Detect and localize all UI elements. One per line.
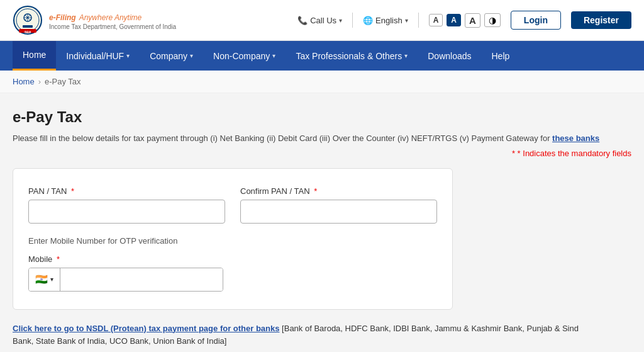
page-description: Please fill in the below details for tax… (13, 132, 631, 145)
chevron-down-icon: ▾ (339, 17, 342, 24)
main-navbar: Home Individual/HUF ▾ Company ▾ Non-Comp… (0, 41, 644, 71)
chevron-down-icon-lang: ▾ (405, 17, 408, 24)
pan-tan-required-indicator: * (71, 186, 74, 196)
chevron-down-icon-individual: ▾ (126, 52, 130, 59)
mobile-required-indicator: * (57, 254, 60, 264)
language-selector[interactable]: 🌐 English ▾ (363, 16, 408, 25)
nsdl-link[interactable]: Click here to go to NSDL (Protean) tax p… (13, 324, 280, 333)
mobile-section: Enter Mobile Number for OTP verification… (28, 236, 223, 292)
mobile-number-input[interactable] (60, 268, 223, 291)
emblem-icon: INDIA (13, 5, 43, 35)
globe-icon: 🌐 (363, 16, 373, 25)
logo-efiling-text: e-Filing Anywhere Anytime (49, 10, 176, 23)
pan-tan-input[interactable] (28, 200, 225, 224)
chevron-down-icon-company: ▾ (190, 52, 193, 59)
register-button[interactable]: Register (571, 11, 631, 29)
logo-subtitle-text: Income Tax Department, Government of Ind… (49, 23, 176, 30)
mandatory-asterisk: * (512, 149, 518, 158)
breadcrumb: Home › e-Pay Tax (0, 71, 644, 93)
confirm-pan-tan-input[interactable] (240, 200, 437, 224)
dropdown-arrow-icon: ▾ (50, 276, 53, 283)
pan-tan-label: PAN / TAN * (28, 186, 225, 196)
header-right: 📞 Call Us ▾ 🌐 English ▾ A A A ◑ Login Re… (297, 11, 631, 30)
logo-text-block: e-Filing Anywhere Anytime Income Tax Dep… (49, 10, 176, 30)
login-button[interactable]: Login (511, 11, 561, 30)
font-normal-button[interactable]: A (447, 14, 461, 26)
header: INDIA e-Filing Anywhere Anytime Income T… (0, 0, 644, 41)
font-decrease-button[interactable]: A (429, 14, 443, 26)
pan-tan-row: PAN / TAN * Confirm PAN / TAN * (28, 186, 437, 224)
epay-form-card: PAN / TAN * Confirm PAN / TAN * Enter Mo… (13, 168, 453, 310)
svg-rect-8 (23, 25, 33, 28)
call-us-button[interactable]: 📞 Call Us ▾ (297, 16, 342, 25)
mobile-otp-label: Enter Mobile Number for OTP verification (28, 236, 223, 246)
nav-item-tax-professionals[interactable]: Tax Professionals & Others ▾ (286, 41, 418, 71)
confirm-pan-tan-required-indicator: * (314, 186, 317, 196)
nav-item-noncompany[interactable]: Non-Company ▾ (203, 41, 286, 71)
phone-icon: 📞 (297, 16, 308, 25)
header-divider-2 (418, 13, 419, 28)
mobile-label: Mobile * (28, 254, 223, 264)
header-divider-1 (352, 13, 353, 28)
country-code-selector[interactable]: 🇮🇳 ▾ (29, 268, 60, 291)
breadcrumb-home-link[interactable]: Home (13, 77, 35, 86)
nsdl-section: Click here to go to NSDL (Protean) tax p… (13, 322, 579, 349)
breadcrumb-current: e-Pay Tax (45, 77, 81, 86)
nav-item-individual[interactable]: Individual/HUF ▾ (56, 41, 140, 71)
font-increase-button[interactable]: A (465, 13, 480, 28)
header-logo: INDIA e-Filing Anywhere Anytime Income T… (13, 5, 176, 35)
mandatory-note: * * Indicates the mandatory fields (13, 149, 631, 158)
chevron-down-icon-noncompany: ▾ (272, 52, 275, 59)
pan-tan-group: PAN / TAN * (28, 186, 225, 224)
accessibility-controls: A A A ◑ (429, 13, 501, 28)
contrast-button[interactable]: ◑ (484, 13, 501, 27)
svg-text:INDIA: INDIA (25, 30, 31, 33)
chevron-down-icon-tax-prof: ▾ (404, 52, 408, 59)
main-content: e-Pay Tax Please fill in the below detai… (0, 93, 644, 352)
mobile-input-row: 🇮🇳 ▾ (28, 268, 223, 292)
confirm-pan-tan-label: Confirm PAN / TAN * (240, 186, 437, 196)
these-banks-link[interactable]: these banks (552, 133, 599, 143)
nav-item-help[interactable]: Help (482, 41, 520, 71)
page-title: e-Pay Tax (13, 108, 631, 126)
india-flag-icon: 🇮🇳 (35, 273, 48, 285)
breadcrumb-separator: › (38, 77, 41, 86)
nav-item-company[interactable]: Company ▾ (140, 41, 203, 71)
nav-item-downloads[interactable]: Downloads (418, 41, 481, 71)
confirm-pan-tan-group: Confirm PAN / TAN * (240, 186, 437, 224)
nav-item-home[interactable]: Home (13, 41, 56, 71)
